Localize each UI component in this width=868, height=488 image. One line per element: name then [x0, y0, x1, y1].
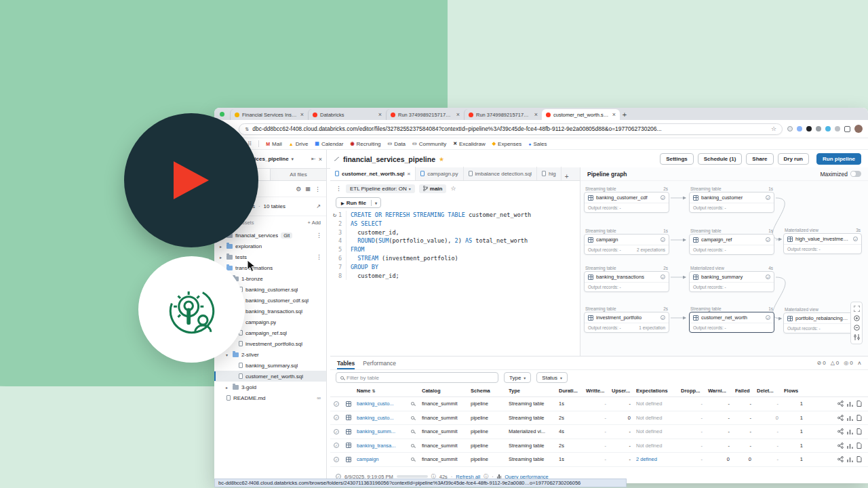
table-name-link[interactable]: banking_custo...: [357, 401, 411, 407]
editor-tab[interactable]: customer_net_worth.sql: [330, 167, 416, 180]
file-tree-item[interactable]: transformations: [214, 262, 326, 273]
item-kebab-icon[interactable]: [316, 232, 322, 239]
pipeline-node[interactable]: Streaming table1s campaign Output record…: [584, 228, 669, 255]
lineage-icon[interactable]: [837, 456, 844, 462]
external-link-icon[interactable]: [316, 203, 321, 209]
header-button[interactable]: Dry run: [778, 153, 809, 165]
editor-tab[interactable]: hig: [537, 167, 561, 180]
browser-tab[interactable]: Financial Services Insights: [230, 109, 308, 120]
bookmark-star-icon[interactable]: [771, 125, 776, 132]
url-bar[interactable]: dbc-dd8bcc62-f408.cloud.databricks.com/e…: [239, 123, 783, 135]
pipeline-node[interactable]: Streaming table1s campaign_ref Output re…: [689, 228, 774, 255]
lineage-icon[interactable]: [837, 401, 844, 407]
code-editor[interactable]: 1 CREATE OR REFRESH STREAMING TABLE cust…: [330, 211, 580, 356]
search-icon[interactable]: [411, 430, 414, 433]
table-name-link[interactable]: banking_transa...: [357, 443, 411, 449]
metrics-chart-icon[interactable]: [847, 415, 853, 421]
browser-tab[interactable]: Run 374998921571701 of fin...: [386, 109, 464, 120]
extensions-puzzle-icon[interactable]: [844, 126, 850, 132]
header-button[interactable]: Settings: [660, 153, 694, 165]
file-tree-item[interactable]: customer_net_worth.sql: [214, 371, 326, 382]
favorite-file-icon[interactable]: [450, 185, 456, 192]
document-icon[interactable]: [856, 415, 862, 421]
tree-chevron-icon[interactable]: [226, 385, 230, 390]
new-file-tab-button[interactable]: [561, 173, 572, 180]
tab-close-icon[interactable]: [456, 111, 460, 118]
video-play-overlay[interactable]: [124, 113, 258, 247]
table-name-link[interactable]: banking_custo...: [357, 415, 411, 421]
tab-close-icon[interactable]: [378, 111, 382, 118]
editor-tab[interactable]: campaign.py: [416, 167, 463, 180]
new-tab-button[interactable]: [620, 110, 629, 119]
zoom-out-icon[interactable]: [854, 325, 860, 331]
file-tree-item[interactable]: 2-silver: [214, 349, 326, 360]
extension-icon[interactable]: [816, 126, 821, 131]
extension-icon[interactable]: [787, 126, 793, 131]
browser-tab[interactable]: Databricks: [308, 109, 386, 120]
editor-tab[interactable]: imbalance detection.sql: [464, 167, 538, 180]
file-tree-item[interactable]: tests: [214, 251, 326, 262]
header-button[interactable]: Share: [746, 153, 773, 165]
metrics-chart-icon[interactable]: [847, 401, 853, 407]
table-row[interactable]: banking_custo... finance_summit pipeline…: [330, 411, 868, 426]
zoom-in-icon[interactable]: [854, 315, 860, 321]
run-options-caret[interactable]: [371, 200, 380, 206]
bookmark-item[interactable]: ▭ Community: [412, 141, 446, 147]
gear-icon[interactable]: [296, 186, 301, 192]
type-dropdown[interactable]: Type: [504, 372, 531, 383]
tree-chevron-icon[interactable]: [220, 244, 224, 249]
pipeline-node[interactable]: Streaming table1s customer_net_worth Out…: [689, 306, 774, 333]
bookmark-item[interactable]: ▦ Calendar: [315, 141, 343, 147]
add-asset-button[interactable]: Add: [308, 220, 321, 226]
bookmark-item[interactable]: ✕ Excalidraw: [453, 141, 486, 147]
table-name-link[interactable]: banking_summ...: [357, 428, 411, 434]
favorite-star-icon[interactable]: [439, 156, 444, 163]
document-icon[interactable]: [856, 443, 862, 449]
status-dropdown[interactable]: Status: [536, 372, 568, 383]
browser-tab[interactable]: customer_net_worth.sql - Da...: [542, 109, 620, 120]
search-icon[interactable]: [411, 416, 414, 420]
metrics-chart-icon[interactable]: [847, 428, 853, 434]
bookmark-item[interactable]: ◉ Recruiting: [350, 141, 380, 147]
document-icon[interactable]: [856, 456, 862, 462]
site-settings-icon[interactable]: [245, 126, 249, 132]
document-icon[interactable]: [856, 401, 862, 407]
filter-sliders-icon[interactable]: [854, 334, 860, 340]
item-kebab-icon[interactable]: [316, 253, 322, 260]
etl-mode-pill[interactable]: ETL Pipeline editor: ON: [346, 184, 415, 193]
refresh-run-icon[interactable]: [333, 211, 336, 220]
search-icon[interactable]: [411, 444, 414, 447]
pipeline-node[interactable]: Streaming table2s banking_customer_cdf O…: [584, 186, 669, 213]
chevron-down-icon[interactable]: [292, 156, 294, 162]
run-file-button[interactable]: Run file: [336, 197, 381, 208]
panel-tab[interactable]: Tables: [337, 357, 355, 369]
search-icon[interactable]: [411, 458, 414, 461]
schedule-icon[interactable]: [305, 186, 311, 192]
tab-close-icon[interactable]: [407, 171, 410, 177]
maximized-toggle[interactable]: [850, 171, 861, 177]
panel-tab[interactable]: Performance: [363, 357, 396, 369]
metrics-chart-icon[interactable]: [847, 456, 853, 462]
tree-chevron-icon[interactable]: [220, 255, 224, 260]
editor-kebab-icon[interactable]: [336, 185, 342, 192]
close-panel-icon[interactable]: [319, 156, 322, 163]
pipeline-node[interactable]: Materialized view4s banking_summary Outp…: [689, 265, 774, 292]
col-name[interactable]: Name: [357, 388, 411, 394]
table-row[interactable]: banking_custo... finance_summit pipeline…: [330, 397, 868, 411]
extension-icon[interactable]: [797, 126, 802, 131]
tab-close-icon[interactable]: [300, 111, 304, 118]
table-row[interactable]: banking_transa... finance_summit pipelin…: [330, 439, 868, 453]
table-row[interactable]: banking_summ... finance_summit pipeline …: [330, 425, 868, 439]
pipeline-node[interactable]: Streaming table2s banking_transactions O…: [584, 265, 669, 292]
bookmark-item[interactable]: M Mail: [266, 141, 282, 147]
bookmark-item[interactable]: ▲ Drive: [289, 141, 309, 147]
lineage-icon[interactable]: [837, 428, 844, 434]
table-row[interactable]: campaign finance_summit pipeline Streami…: [330, 453, 868, 467]
extension-icon[interactable]: [806, 126, 812, 131]
tree-chevron-icon[interactable]: [226, 352, 230, 357]
git-badge[interactable]: Git: [281, 232, 292, 239]
kebab-menu-icon[interactable]: [315, 186, 321, 192]
file-tree-item[interactable]: exploration: [214, 241, 326, 251]
file-tree-item[interactable]: README.md: [214, 392, 326, 403]
lineage-icon[interactable]: [837, 415, 844, 421]
